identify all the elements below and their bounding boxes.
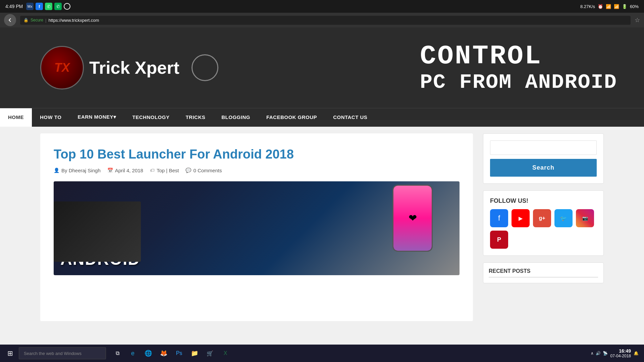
instagram-icon[interactable]: 📷 [576, 209, 594, 227]
tags-value: Top | Best [157, 168, 179, 173]
youtube-icon[interactable]: ▶ [512, 209, 530, 227]
notification-icon[interactable]: 🔔 [634, 351, 639, 356]
task-view-icon[interactable]: ⧉ [110, 346, 125, 361]
network-speed: 8.27K/s [580, 4, 595, 9]
article-comments: 💬 0 Comments [185, 168, 222, 173]
site-logo: TX [40, 46, 84, 89]
article-date: 📅 April 4, 2018 [107, 168, 143, 173]
ad-line2: PC FROM ANDROID [420, 71, 617, 94]
taskbar-search-box[interactable]: Search the web and Windows [19, 347, 106, 359]
nav-item-blogging[interactable]: BLOGGING [213, 108, 258, 127]
separator: | [45, 18, 46, 23]
photoshop-icon[interactable]: Ps [172, 346, 186, 361]
search-widget: Search [483, 133, 604, 184]
facebook-icon[interactable]: f [490, 209, 508, 227]
url-display: https://www.trickxpert.com [48, 18, 99, 23]
back-button[interactable] [4, 14, 16, 26]
folder-icon[interactable]: 📁 [187, 346, 202, 361]
social-icons: f ▶ g+ 🐦 📷 P [490, 209, 597, 249]
excel-icon[interactable]: X [218, 346, 233, 361]
nav-item-facebook-group[interactable]: FACEBOOK GROUP [258, 108, 325, 127]
comment-icon: 💬 [185, 168, 191, 173]
nav-item-tricks[interactable]: TRICKS [177, 108, 213, 127]
chevron-up-icon[interactable]: ∧ [591, 351, 594, 356]
nav-item-home[interactable]: HOME [0, 108, 32, 127]
author-name: By Dheeraj Singh [61, 168, 101, 173]
article-area: Top 10 Best Launcher For Android 2018 👤 … [40, 133, 473, 321]
protocol-label: Secure [31, 18, 43, 22]
header-advertisement: CONTROL PC FROM ANDROID [420, 42, 617, 94]
battery-icon: 🔋 [622, 4, 627, 9]
firefox-icon[interactable]: 🦊 [156, 346, 171, 361]
taskbar-icons: ⧉ e 🌐 🦊 Ps 📁 🛒 X [110, 346, 233, 361]
system-date: 07-04-2018 [610, 354, 631, 358]
app-icon-green: ✆ [54, 3, 62, 10]
follow-title: FOLLOW US! [490, 197, 597, 204]
author-icon: 👤 [54, 168, 59, 173]
battery-percent: 60% [630, 4, 639, 9]
time-display: 4:49 PM [5, 4, 23, 9]
googleplus-icon[interactable]: g+ [533, 209, 551, 227]
store-icon[interactable]: 🛒 [203, 346, 217, 361]
comments-value: 0 Comments [193, 168, 222, 173]
status-bar: 4:49 PM Mx f ✆ ✆ 8.27K/s ⏰ 📶 📶 🔋 60% [0, 0, 644, 13]
tag-icon: 🏷 [150, 168, 155, 173]
article-title: Top 10 Best Launcher For Android 2018 [54, 147, 460, 162]
chrome-icon[interactable]: 🌐 [141, 346, 156, 361]
nav-item-howto[interactable]: HOW TO [32, 108, 69, 127]
article-image: ❤ BEST ANDROID [54, 181, 460, 275]
circle-decoration [192, 54, 218, 81]
phone-mockup: ❤ [392, 185, 433, 252]
keyboard-decoration [54, 201, 141, 262]
nav-item-technology[interactable]: TECHNOLOGY [124, 108, 178, 127]
ad-line1: CONTROL [420, 42, 617, 71]
nav-item-earnmoney[interactable]: EARN MONEY▾ [69, 108, 124, 127]
address-field[interactable]: 🔒 Secure | https://www.trickxpert.com [20, 16, 631, 25]
system-time: 16:49 [610, 348, 631, 354]
taskbar-right: ∧ 🔊 📡 16:49 07-04-2018 🔔 [591, 348, 641, 358]
app-icon-facebook: f [36, 3, 43, 10]
lock-icon: 🔒 [23, 18, 29, 22]
article-meta: 👤 By Dheeraj Singh 📅 April 4, 2018 🏷 Top… [54, 168, 460, 173]
search-button[interactable]: Search [490, 159, 597, 177]
app-icons: Mx f ✆ ✆ [26, 3, 70, 10]
logo-area: TX Trick Xpert [40, 46, 218, 89]
follow-widget: FOLLOW US! f ▶ g+ 🐦 📷 P [483, 190, 604, 256]
date-value: April 4, 2018 [115, 168, 143, 173]
search-input[interactable] [490, 140, 597, 155]
sidebar: Search FOLLOW US! f ▶ g+ 🐦 📷 P RECENT PO… [483, 133, 604, 321]
network-icon[interactable]: 📡 [603, 351, 608, 356]
bookmark-icon[interactable]: ☆ [635, 16, 640, 24]
system-clock[interactable]: 16:49 07-04-2018 [610, 348, 631, 358]
pinterest-icon[interactable]: P [490, 231, 508, 249]
article-author: 👤 By Dheeraj Singh [54, 168, 101, 173]
notification-circle [64, 3, 70, 10]
recent-posts-widget: RECENT POSTS [483, 262, 604, 283]
search-placeholder: Search the web and Windows [24, 351, 82, 356]
status-right: 8.27K/s ⏰ 📶 📶 🔋 60% [580, 4, 639, 9]
calendar-icon: 📅 [107, 168, 113, 173]
system-tray-icons: ∧ 🔊 📡 [591, 351, 608, 356]
nav-item-contact[interactable]: CONTACT US [325, 108, 375, 127]
ie-icon[interactable]: e [125, 346, 140, 361]
navigation-bar: HOME HOW TO EARN MONEY▾ TECHNOLOGY TRICK… [0, 108, 644, 127]
site-header: TX Trick Xpert CONTROL PC FROM ANDROID [0, 27, 644, 108]
wifi-icon: 📶 [606, 4, 611, 9]
clock-icon: ⏰ [598, 4, 603, 9]
volume-icon[interactable]: 🔊 [596, 351, 601, 356]
app-icon-whatsapp: ✆ [45, 3, 52, 10]
main-content: Top 10 Best Launcher For Android 2018 👤 … [0, 127, 644, 328]
signal-icon: 📶 [614, 4, 619, 9]
site-title: Trick Xpert [89, 58, 179, 78]
start-button[interactable]: ⊞ [3, 346, 17, 361]
phone-screen: ❤ [393, 186, 432, 251]
taskbar: ⊞ Search the web and Windows ⧉ e 🌐 🦊 Ps … [0, 345, 644, 362]
article-tags: 🏷 Top | Best [150, 168, 179, 173]
address-bar: 🔒 Secure | https://www.trickxpert.com ☆ [0, 13, 644, 27]
recent-posts-title: RECENT POSTS [489, 268, 598, 278]
twitter-icon[interactable]: 🐦 [554, 209, 573, 227]
app-icon-mystery: Mx [26, 3, 34, 10]
status-left: 4:49 PM Mx f ✆ ✆ [5, 3, 70, 10]
